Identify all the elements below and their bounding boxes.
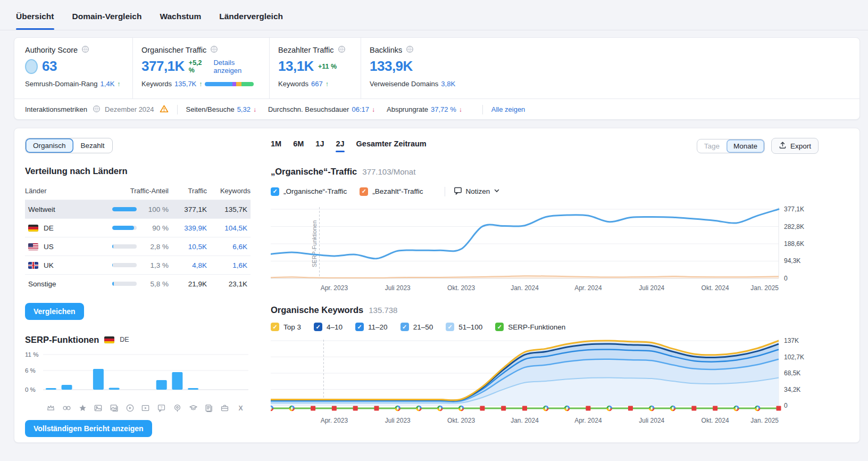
toggle-months[interactable]: Monate: [727, 139, 764, 153]
legend-paid-traffic[interactable]: ✓ „Bezahlt“-Traffic: [360, 187, 423, 196]
engagement-value[interactable]: 5,32: [237, 105, 251, 113]
info-icon[interactable]: [210, 45, 218, 55]
domain-rank-link[interactable]: 1,4K: [101, 80, 115, 88]
toggle-days[interactable]: Tage: [697, 139, 727, 153]
details-link[interactable]: Details anzeigen: [213, 59, 264, 75]
tab-wachstum[interactable]: Wachstum: [160, 3, 201, 30]
info-icon[interactable]: [93, 105, 101, 114]
export-button[interactable]: Export: [771, 138, 819, 154]
serp-features-header: SERP-Funktionen DE: [25, 335, 251, 345]
country-keywords-value[interactable]: 6,6K: [232, 243, 247, 251]
col-header-keywords[interactable]: Keywords: [207, 183, 251, 200]
range-1y[interactable]: 1J: [315, 139, 324, 152]
svg-text:Jan. 2024: Jan. 2024: [511, 417, 539, 424]
paid-traffic-delta: +11 %: [318, 63, 337, 70]
country-keywords-value[interactable]: 1,6K: [232, 261, 247, 269]
ref-domains-link[interactable]: 3,8K: [441, 80, 455, 88]
show-all-link[interactable]: Alle zeigen: [491, 105, 525, 113]
tab-domain-vergleich[interactable]: Domain-Vergleich: [72, 3, 142, 30]
traffic-chart-subtitle: 377.103/Monat: [362, 167, 415, 176]
toggle-organic[interactable]: Organisch: [26, 138, 73, 153]
checkbox-checked-icon[interactable]: ✓: [495, 323, 504, 331]
legend-organic-traffic[interactable]: ✓ „Organische“-Traffic: [271, 187, 347, 196]
svg-text:Okt. 2023: Okt. 2023: [447, 417, 475, 424]
toggle-paid[interactable]: Bezahlt: [73, 138, 112, 153]
range-all-time[interactable]: Gesamter Zeitraum: [356, 139, 427, 152]
organic-keywords-link[interactable]: 135,7K: [174, 80, 196, 88]
country-keywords-value[interactable]: 104,5K: [224, 224, 247, 232]
country-row-weltweit[interactable]: Weltweit100 %377,1K135,7K: [25, 200, 251, 219]
engagement-value[interactable]: 06:17: [352, 105, 369, 113]
legend-serp-features[interactable]: ✓ SERP-Funktionen: [495, 323, 565, 331]
metrics-row: Authority Score 63 Semrush-Domain-Rang 1…: [14, 38, 859, 98]
legend-21-50[interactable]: ✓ 21–50: [400, 323, 433, 331]
col-header-traffic[interactable]: Traffic: [169, 183, 207, 200]
legend-11-20[interactable]: ✓ 11–20: [355, 323, 388, 331]
image-icon: [90, 404, 106, 413]
video-icon: [122, 404, 138, 413]
country-row-sonstige[interactable]: Sonstige5,8 %21,9K23,1K: [25, 275, 251, 293]
checkbox-checked-icon[interactable]: ✓: [271, 187, 279, 196]
range-6m[interactable]: 6M: [293, 139, 304, 152]
country-row-uk[interactable]: UK1,3 %4,8K1,6K: [25, 256, 251, 275]
info-icon[interactable]: [406, 45, 414, 55]
engagement-label: Seiten/Besuche: [186, 105, 235, 113]
country-traffic-value: 21,9K: [188, 280, 207, 288]
full-report-button[interactable]: Vollständigen Bericht anzeigen: [25, 420, 152, 437]
svg-text:Juli 2024: Juli 2024: [639, 284, 664, 292]
organic-keywords-stacked-chart: 137K102,7K68,5K34,2K0Apr. 2023Juli 2023O…: [271, 336, 819, 428]
checkbox-checked-icon[interactable]: ✓: [314, 323, 322, 331]
organic-traffic-delta: +5,2 %: [189, 59, 210, 74]
info-icon[interactable]: [81, 45, 89, 55]
checkbox-checked-icon[interactable]: ✓: [446, 323, 454, 331]
checkbox-checked-icon[interactable]: ✓: [355, 323, 364, 331]
engagement-period: Dezember 2024: [105, 105, 154, 113]
notes-icon: [454, 186, 462, 196]
sub-metric-label: Keywords: [141, 80, 172, 88]
backlinks-value: 133,9K: [370, 58, 413, 75]
traffic-share-bar: [112, 263, 137, 267]
paid-keywords-link[interactable]: 667: [311, 80, 323, 88]
warning-icon[interactable]: [160, 104, 169, 115]
svg-text:188,6K: 188,6K: [784, 240, 804, 248]
legend-4-10[interactable]: ✓ 4–10: [314, 323, 343, 331]
link-icon: [59, 404, 75, 413]
country-row-de[interactable]: DE90 %339,9K104,5K: [25, 219, 251, 237]
range-1m[interactable]: 1M: [271, 139, 281, 152]
tab-uebersicht[interactable]: Übersicht: [16, 3, 54, 30]
traffic-chart-title: „Organische“-Traffic: [271, 167, 357, 177]
legend-top3[interactable]: ✓ Top 3: [271, 323, 301, 331]
country-traffic-value[interactable]: 339,9K: [184, 224, 207, 232]
up-arrow-icon: ↑: [199, 80, 202, 88]
serp-features-title: SERP-Funktionen: [25, 335, 99, 345]
legend-label: „Bezahlt“-Traffic: [372, 187, 423, 195]
checkbox-checked-icon[interactable]: ✓: [400, 323, 409, 331]
compare-button[interactable]: Vergleichen: [25, 303, 84, 320]
svg-text:Jan. 2025: Jan. 2025: [750, 284, 779, 292]
country-row-us[interactable]: US2,8 %10,5K6,6K: [25, 237, 251, 256]
col-header-share[interactable]: Traffic-Anteil: [99, 183, 169, 200]
svg-text:94,3K: 94,3K: [784, 257, 800, 265]
legend-label: SERP-Funktionen: [508, 323, 565, 331]
country-traffic-value[interactable]: 10,5K: [188, 243, 207, 251]
checkbox-checked-icon[interactable]: ✓: [271, 323, 279, 331]
traffic-share-value: 5,8 %: [144, 280, 169, 288]
tab-laendervergleich[interactable]: Ländervergleich: [219, 3, 283, 30]
keywords-distribution-bar: [205, 82, 254, 86]
legend-51-100[interactable]: ✓ 51–100: [446, 323, 482, 331]
svg-text:SERP-Funktionen: SERP-Funktionen: [311, 220, 318, 267]
range-2y[interactable]: 2J: [336, 139, 344, 152]
country-keywords-value: 23,1K: [229, 280, 247, 288]
info-icon[interactable]: [338, 45, 346, 55]
domain-metrics-card: Authority Score 63 Semrush-Domain-Rang 1…: [14, 37, 860, 120]
metric-backlinks: Backlinks 133,9K Verweisende Domains 3,8…: [361, 38, 859, 98]
country-traffic-value[interactable]: 4,8K: [192, 261, 207, 269]
chart-controls: 1M 6M 1J 2J Gesamter Zeitraum Tage Monat…: [271, 138, 819, 154]
twitter-icon: X: [232, 404, 248, 413]
col-header-country[interactable]: Länder: [25, 183, 99, 200]
engagement-value[interactable]: 37,72 %: [431, 105, 456, 113]
notes-control[interactable]: Notizen: [454, 186, 500, 196]
country-traffic-value: 377,1K: [184, 205, 207, 213]
checkbox-checked-icon[interactable]: ✓: [360, 187, 368, 196]
down-arrow-icon: ↓: [253, 106, 256, 113]
